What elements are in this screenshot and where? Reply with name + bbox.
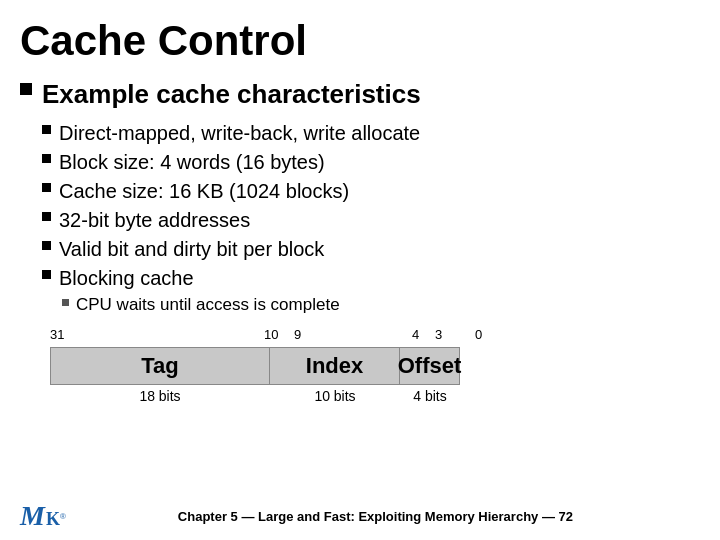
offset-field: Offset: [400, 347, 460, 385]
list-item: Cache size: 16 KB (1024 blocks): [42, 178, 700, 205]
bit-9-label: 9: [294, 327, 301, 342]
tag-field: Tag: [50, 347, 270, 385]
sub-bullet-icon: [42, 241, 51, 250]
list-item: Blocking cache: [42, 265, 700, 292]
bit-3-label: 3: [435, 327, 442, 342]
bit-0-label: 0: [475, 327, 482, 342]
bit-4-label: 4: [412, 327, 419, 342]
bit-numbers-row: 31 10 9 4 3 0: [50, 327, 460, 345]
main-bullet-label: Example cache characteristics: [42, 78, 421, 112]
sub-bullet-icon: [42, 154, 51, 163]
index-bits-label: 10 bits: [270, 388, 400, 404]
address-fields-row: Tag Index Offset: [50, 347, 700, 385]
list-item: 32-bit byte addresses: [42, 207, 700, 234]
main-bullet-icon: [20, 83, 32, 95]
slide: Cache Control Example cache characterist…: [0, 0, 720, 540]
slide-title: Cache Control: [20, 18, 700, 64]
sub-bullet-label: 32-bit byte addresses: [59, 207, 250, 234]
sub-bullet-label: Direct-mapped, write-back, write allocat…: [59, 120, 420, 147]
sub-bullet-icon: [42, 183, 51, 192]
sub-sub-bullets-list: CPU waits until access is complete: [62, 294, 700, 317]
main-bullet-item: Example cache characteristics: [20, 78, 700, 112]
address-diagram: 31 10 9 4 3 0 Tag Index Offset 18 bits 1…: [50, 327, 700, 404]
sub-bullet-icon: [42, 212, 51, 221]
sub-bullet-label: Blocking cache: [59, 265, 194, 292]
list-item: Block size: 4 words (16 bytes): [42, 149, 700, 176]
tag-bits-label: 18 bits: [50, 388, 270, 404]
sub-bullet-label: Cache size: 16 KB (1024 blocks): [59, 178, 349, 205]
logo-m: M: [20, 500, 45, 532]
footer-chapter-text: Chapter 5 — Large and Fast: Exploiting M…: [66, 509, 685, 524]
sub-bullet-label: Valid bit and dirty bit per block: [59, 236, 324, 263]
list-item: Direct-mapped, write-back, write allocat…: [42, 120, 700, 147]
sub-bullets-list: Direct-mapped, write-back, write allocat…: [42, 120, 700, 317]
sub-bullet-icon: [42, 125, 51, 134]
bit-31-label: 31: [50, 327, 64, 342]
footer: M K® Chapter 5 — Large and Fast: Exploit…: [20, 500, 685, 532]
bit-counts-row: 18 bits 10 bits 4 bits: [50, 388, 700, 404]
logo: M K®: [20, 500, 66, 532]
list-item: Valid bit and dirty bit per block: [42, 236, 700, 263]
sub-sub-bullet-label: CPU waits until access is complete: [76, 294, 340, 317]
logo-k: K: [46, 509, 60, 530]
index-field: Index: [270, 347, 400, 385]
offset-bits-label: 4 bits: [400, 388, 460, 404]
list-item: CPU waits until access is complete: [62, 294, 700, 317]
sub-bullet-icon: [42, 270, 51, 279]
sub-sub-bullet-icon: [62, 299, 69, 306]
sub-bullet-label: Block size: 4 words (16 bytes): [59, 149, 325, 176]
bit-10-label: 10: [264, 327, 278, 342]
